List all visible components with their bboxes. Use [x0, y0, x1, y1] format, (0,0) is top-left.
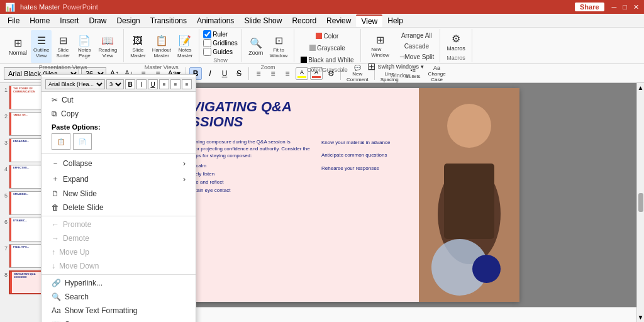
underline-btn[interactable]: U [218, 67, 231, 80]
slide-thumb-5[interactable]: SPEAKING... [9, 191, 42, 215]
paste-dest-theme-icon: 📄 [79, 138, 86, 145]
ribbon-btn-slide-master[interactable]: 🖼 SlideMaster [128, 30, 148, 63]
context-item-copy[interactable]: ⧉ Copy [42, 107, 196, 121]
highlight-color-btn[interactable]: A [296, 67, 308, 80]
ribbon-btn-black-white[interactable]: Black and White [298, 54, 356, 65]
ribbon-btn-arrange-all[interactable]: Arrange All [397, 30, 436, 40]
context-item-cut[interactable]: ✂ Cut [42, 93, 196, 107]
context-italic-btn[interactable]: I [136, 79, 147, 89]
menu-review[interactable]: Review [321, 15, 356, 26]
ribbon-btn-cascade[interactable]: Cascade [397, 41, 436, 51]
slide-item-5[interactable]: 5 SPEAKING... [1, 191, 42, 215]
menu-draw[interactable]: Draw [84, 15, 111, 26]
slides-panel: 1 THE POWER OF COMMUNICATION 2 TABLE OF.… [0, 83, 44, 322]
menu-home[interactable]: Home [25, 15, 55, 26]
slide-right-point-2: Anticipate common questions [321, 151, 413, 160]
share-button[interactable]: Share [575, 3, 604, 11]
slide-thumb-3[interactable]: ENGAGING... [9, 138, 42, 162]
strikethrough-btn[interactable]: S [233, 67, 245, 80]
align-right-btn[interactable]: ≡ [281, 67, 294, 80]
slide-sorter-icon: ⊟ [59, 35, 67, 47]
context-underline-btn[interactable]: U [148, 79, 158, 89]
menu-design[interactable]: Design [111, 15, 145, 26]
macros-icon: ⚙ [452, 33, 460, 45]
slide-item-2[interactable]: 2 TABLE OF... [1, 112, 42, 136]
menu-animations[interactable]: Animations [192, 15, 239, 26]
ribbon-group-label-zoom: Zoom [261, 64, 275, 70]
ribbon-btn-zoom[interactable]: 🔍 Zoom [246, 30, 266, 63]
copy-label: Copy [61, 109, 79, 118]
ribbon-btn-color[interactable]: Color [298, 30, 356, 42]
menu-record[interactable]: Record [287, 15, 321, 26]
slide-item-1[interactable]: 1 THE POWER OF COMMUNICATION [1, 86, 42, 109]
slide-thumb-6[interactable]: DYNAMIC... [9, 218, 42, 242]
title-bar-left: 📊 hates Master PowerPoint [5, 3, 98, 12]
slide-thumb-4[interactable]: EFFECTIVE... [9, 165, 42, 189]
ribbon-btn-notes-master[interactable]: 📝 NotesMaster [175, 30, 195, 63]
ribbon-btn-move-split[interactable]: ⊣ Move Split [397, 52, 436, 62]
context-item-hyperlink[interactable]: 🔗 Hyperlink... [42, 276, 196, 290]
menu-file[interactable]: File [3, 15, 25, 26]
ribbon-btn-handout-master[interactable]: 📋 HandoutMaster [150, 30, 174, 63]
paste-option-2[interactable]: 📄 [73, 133, 92, 150]
ribbon-btn-outline-view[interactable]: ☰ OutlineView [31, 30, 52, 63]
context-item-delete-slide[interactable]: 🗑 Delete Slide [42, 201, 196, 214]
context-align-center-btn[interactable]: ≡ [170, 79, 180, 89]
ribbon-btn-grayscale[interactable]: Grayscale [298, 42, 356, 53]
slide-item-4[interactable]: 4 EFFECTIVE... [1, 165, 42, 189]
slide-canvas[interactable]: 8 NAVIGATING Q&ASESSIONS 1. Maintaining … [161, 88, 519, 302]
svg-rect-3 [444, 164, 494, 239]
italic-btn[interactable]: I [204, 67, 216, 80]
close-icon[interactable]: ✕ [633, 3, 639, 11]
slide-number-3: 3 [1, 138, 8, 146]
menu-view[interactable]: View [356, 14, 382, 27]
ribbon-btn-slide-sorter[interactable]: ⊟ SlideSorter [53, 30, 73, 63]
slide-item-6[interactable]: 6 DYNAMIC... [1, 218, 42, 242]
ribbon-btn-notes-page[interactable]: 📄 NotesPage [74, 30, 94, 63]
context-bold-btn[interactable]: B [125, 79, 135, 89]
menu-insert[interactable]: Insert [55, 15, 84, 26]
slide-point-2: 2. Stay calm [177, 162, 311, 169]
slide-thumb-7[interactable]: FINAL TIPS... [9, 244, 42, 268]
ribbon-btn-fit-window[interactable]: ⊡ Fit toWindow [267, 30, 290, 63]
slide-item-7[interactable]: 7 FINAL TIPS... [1, 244, 42, 268]
context-align-right-btn[interactable]: ≡ [182, 79, 192, 89]
slide-thumb-2[interactable]: TABLE OF... [9, 112, 42, 136]
collapse-arrow-icon: › [183, 159, 186, 168]
context-item-collapse[interactable]: － Collapse › [42, 155, 196, 171]
paste-option-1[interactable]: 📋 [52, 133, 70, 150]
slide-thumb-content-3: ENGAGING... [9, 139, 42, 145]
context-align-left-btn[interactable]: ≡ [159, 79, 169, 89]
scroll-up-arrow[interactable]: ▲ [638, 84, 644, 91]
context-item-expand[interactable]: ＋ Expand › [42, 171, 196, 187]
slide-thumb-8[interactable]: NAVIGATING Q&A SESSIONS [9, 270, 42, 294]
scroll-thumb[interactable] [638, 193, 643, 212]
ribbon-btn-switch-windows[interactable]: ⊞ Switch Windows ▾ [365, 62, 436, 71]
slide-thumb-1[interactable]: THE POWER OF COMMUNICATION [9, 86, 42, 109]
ribbon-btn-normal[interactable]: ⊞ Normal [6, 30, 30, 63]
ribbon-btn-macros[interactable]: ⚙ Macros [444, 30, 468, 53]
ribbon-btn-reading-view[interactable]: 📖 ReadingView [96, 30, 119, 63]
minimize-icon[interactable]: ─ [612, 3, 617, 11]
maximize-icon[interactable]: □ [623, 3, 627, 11]
menu-help[interactable]: Help [382, 15, 408, 26]
ribbon-btn-new-window[interactable]: ⊞ NewWindow [365, 33, 396, 58]
checkbox-gridlines[interactable]: Gridlines [203, 39, 237, 47]
menu-slideshow[interactable]: Slide Show [239, 15, 287, 26]
context-font-size[interactable]: 36 [106, 79, 124, 89]
right-scrollbar[interactable]: ▲ ▼ [636, 83, 644, 322]
ribbon-window-row1: ⊞ NewWindow Arrange All Cascade ⊣ Move S… [365, 30, 436, 62]
slide-item-8[interactable]: 8 NAVIGATING Q&A SESSIONS [1, 270, 42, 294]
scroll-down-arrow[interactable]: ▼ [638, 314, 644, 321]
checkbox-guides[interactable]: Guides [203, 48, 237, 56]
slide-master-icon: 🖼 [133, 35, 143, 47]
menu-transitions[interactable]: Transitions [145, 15, 192, 26]
context-item-new-slide[interactable]: 🗋 New Slide [42, 187, 196, 201]
context-item-search[interactable]: 🔍 Search [42, 290, 196, 304]
context-item-show-formatting[interactable]: Aa Show Text Formatting [42, 304, 196, 318]
slide-item-3[interactable]: 3 ENGAGING... [1, 138, 42, 162]
checkbox-ruler[interactable]: Ruler [203, 30, 237, 38]
context-font-select[interactable]: Arial Black (Hea... [45, 79, 105, 89]
context-item-synonyms[interactable]: 📖 Synonyms › [42, 318, 196, 322]
slide-number-6: 6 [1, 218, 8, 225]
